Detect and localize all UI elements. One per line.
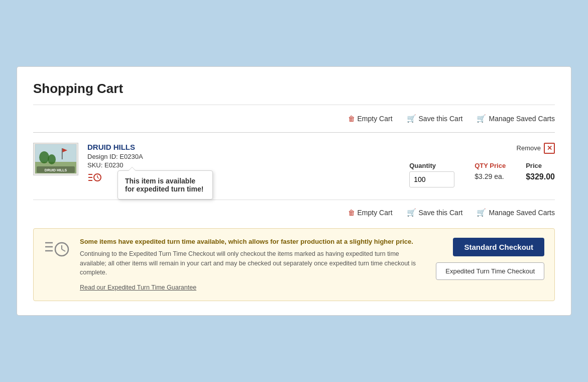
manage-carts-top-label: Manage Saved Carts: [489, 115, 555, 123]
item-sku: SKU: E0230: [87, 161, 345, 169]
svg-point-7: [48, 154, 56, 164]
expedited-turn-icon[interactable]: [87, 172, 101, 183]
trash-icon-bottom: 🗑: [348, 209, 355, 217]
manage-carts-top-link[interactable]: 🛒 Manage Saved Carts: [477, 114, 555, 123]
cart-icon-save-bottom: 🛒: [407, 208, 416, 217]
svg-line-21: [62, 249, 65, 251]
cart-item-row: DRUID HILLS DRUID HILLS Design ID: E0230…: [33, 143, 555, 187]
item-design: Design ID: E0230A: [87, 153, 345, 160]
empty-cart-top-label: Empty Cart: [358, 115, 393, 123]
title-divider: [33, 105, 555, 105]
svg-point-6: [39, 151, 49, 163]
svg-text:DRUID HILLS: DRUID HILLS: [45, 168, 67, 172]
outer-container: Shopping Cart 🗑 Empty Cart 🛒 Save this C…: [10, 60, 578, 322]
banner-content: Some items have expedited turn time avai…: [80, 238, 426, 292]
design-id-value: E0230A: [120, 153, 143, 160]
banner-title: Some items have expedited turn time avai…: [80, 238, 426, 245]
cart-icon-save-top: 🛒: [407, 114, 416, 123]
page-title: Shopping Cart: [33, 81, 555, 97]
item-details: DRUID HILLS Design ID: E0230A SKU: E0230: [87, 143, 345, 183]
remove-btn-row: Remove ✕: [517, 143, 555, 154]
quantity-column: Quantity: [409, 162, 454, 187]
trash-icon-top: 🗑: [348, 115, 355, 123]
quantity-label: Quantity: [409, 162, 436, 169]
tooltip-text: This item is available for expedited tur…: [125, 177, 203, 193]
save-cart-bottom-link[interactable]: 🛒 Save this Cart: [407, 208, 463, 217]
item-right-section: Remove ✕ Quantity QTY Price $3.29 ea. Pr…: [354, 143, 555, 187]
quantity-input[interactable]: [409, 171, 454, 187]
save-cart-bottom-label: Save this Cart: [419, 209, 463, 217]
empty-cart-bottom-link[interactable]: 🗑 Empty Cart: [348, 209, 393, 217]
item-name: DRUID HILLS: [87, 143, 345, 151]
sku-value: E0230: [104, 161, 124, 169]
empty-cart-top-link[interactable]: 🗑 Empty Cart: [348, 115, 393, 123]
price-label: Price: [526, 162, 542, 169]
qty-price-column: QTY Price $3.29 ea.: [475, 162, 506, 180]
remove-x-button[interactable]: ✕: [544, 143, 555, 154]
empty-cart-bottom-label: Empty Cart: [358, 209, 393, 217]
expedited-tooltip: This item is available for expedited tur…: [117, 170, 213, 200]
expedited-banner: Some items have expedited turn time avai…: [33, 228, 555, 301]
save-cart-top-link[interactable]: 🛒 Save this Cart: [407, 114, 463, 123]
save-cart-top-label: Save this Cart: [419, 115, 463, 123]
expedited-guarantee-link[interactable]: Read our Expedited Turn Time Guarantee: [80, 284, 196, 291]
item-image: DRUID HILLS: [33, 143, 78, 175]
qty-price-value: $3.29 ea.: [475, 172, 504, 180]
top-action-bar: 🗑 Empty Cart 🛒 Save this Cart 🛒 Manage S…: [33, 114, 555, 123]
manage-carts-bottom-label: Manage Saved Carts: [489, 209, 555, 217]
qty-price-label: QTY Price: [475, 162, 506, 169]
banner-description: Continuing to the Expedited Turn Time Ch…: [80, 249, 426, 277]
manage-carts-bottom-link[interactable]: 🛒 Manage Saved Carts: [477, 208, 555, 217]
inner-container: Shopping Cart 🗑 Empty Cart 🛒 Save this C…: [17, 67, 571, 315]
banner-buttons: Standard Checkout Expedited Turn Time Ch…: [436, 238, 544, 280]
bottom-action-bar: 🗑 Empty Cart 🛒 Save this Cart 🛒 Manage S…: [33, 200, 555, 217]
design-id-label: Design ID:: [87, 153, 118, 160]
svg-rect-4: [62, 148, 63, 159]
price-column: Price $329.00: [526, 162, 555, 181]
section-divider: [33, 132, 555, 133]
standard-checkout-button[interactable]: Standard Checkout: [453, 238, 544, 256]
expedited-checkout-button[interactable]: Expedited Turn Time Checkout: [436, 262, 544, 280]
banner-expedited-icon: [44, 239, 70, 264]
cart-icon-manage-bottom: 🛒: [477, 208, 486, 217]
cart-icon-manage-top: 🛒: [477, 114, 486, 123]
remove-label: Remove: [517, 144, 541, 152]
qty-price-row: Quantity QTY Price $3.29 ea. Price $329.…: [409, 162, 555, 187]
price-value: $329.00: [526, 172, 555, 181]
sku-label: SKU:: [87, 161, 102, 169]
